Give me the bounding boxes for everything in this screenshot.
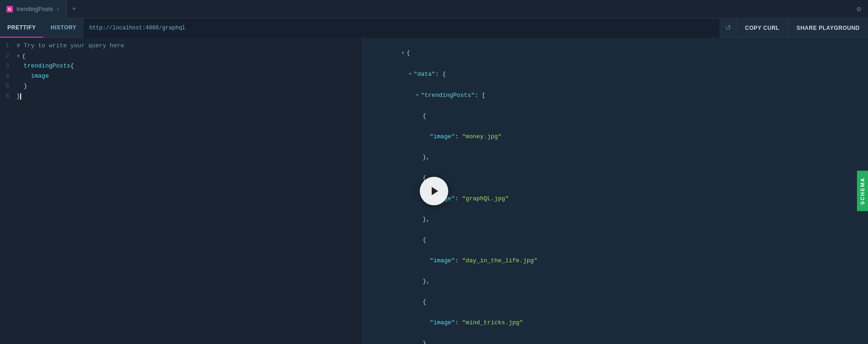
json-row-3: ▾"trendingPosts": [ bbox=[363, 85, 868, 106]
schema-tab[interactable]: SCHEMA bbox=[857, 171, 868, 211]
new-tab-button[interactable]: + bbox=[67, 0, 81, 18]
settings-button[interactable]: ⚙ bbox=[850, 0, 868, 18]
main-area: 1 # Try to write your query here 2 ▾{ 3 … bbox=[0, 38, 868, 344]
json-row-13: { bbox=[363, 292, 868, 312]
code-line-4: 4 image bbox=[0, 73, 363, 83]
graphql-icon: G bbox=[6, 6, 13, 12]
schema-sidebar: SCHEMA bbox=[857, 38, 868, 344]
json-row-5: "image": "money.jpg" bbox=[363, 126, 868, 147]
json-row-12: }, bbox=[363, 271, 868, 292]
code-line-1: 1 # Try to write your query here bbox=[0, 42, 363, 52]
tab-bar: G trendingPosts × + ⚙ bbox=[0, 0, 868, 18]
toolbar: PRETTIFY HISTORY ↺ COPY CURL SHARE PLAYG… bbox=[0, 18, 868, 38]
json-row-2: ▾"data": { bbox=[363, 63, 868, 85]
play-button-container bbox=[420, 177, 448, 205]
prettify-button[interactable]: PRETTIFY bbox=[0, 18, 43, 38]
code-line-5: 5 } bbox=[0, 83, 363, 93]
code-line-2: 2 ▾{ bbox=[0, 52, 363, 62]
tab-close-button[interactable]: × bbox=[57, 6, 60, 12]
json-row-4: { bbox=[363, 106, 868, 126]
history-button[interactable]: HISTORY bbox=[43, 18, 84, 38]
code-line-3: 3 trendingPosts{ bbox=[0, 62, 363, 73]
run-query-button[interactable] bbox=[420, 177, 448, 205]
svg-marker-0 bbox=[432, 187, 438, 195]
tab-label: trendingPosts bbox=[17, 6, 53, 12]
code-line-6: 6 } bbox=[0, 93, 363, 103]
editor-pane[interactable]: 1 # Try to write your query here 2 ▾{ 3 … bbox=[0, 38, 363, 344]
url-input[interactable] bbox=[84, 18, 720, 38]
json-row-14: "image": "mind_tricks.jpg" bbox=[363, 312, 868, 333]
json-row-6: }, bbox=[363, 147, 868, 168]
json-row-10: { bbox=[363, 230, 868, 250]
json-row-15: } bbox=[363, 333, 868, 344]
refresh-button[interactable]: ↺ bbox=[720, 18, 736, 38]
json-row-1: ▾{ bbox=[363, 42, 868, 63]
share-playground-button[interactable]: SHARE PLAYGROUND bbox=[788, 18, 868, 38]
json-row-9: }, bbox=[363, 209, 868, 230]
json-row-11: "image": "day_in_the_life.jpg" bbox=[363, 250, 868, 271]
play-icon bbox=[429, 186, 440, 197]
tab-trending-posts[interactable]: G trendingPosts × bbox=[0, 0, 67, 18]
copy-curl-button[interactable]: COPY CURL bbox=[736, 18, 788, 38]
